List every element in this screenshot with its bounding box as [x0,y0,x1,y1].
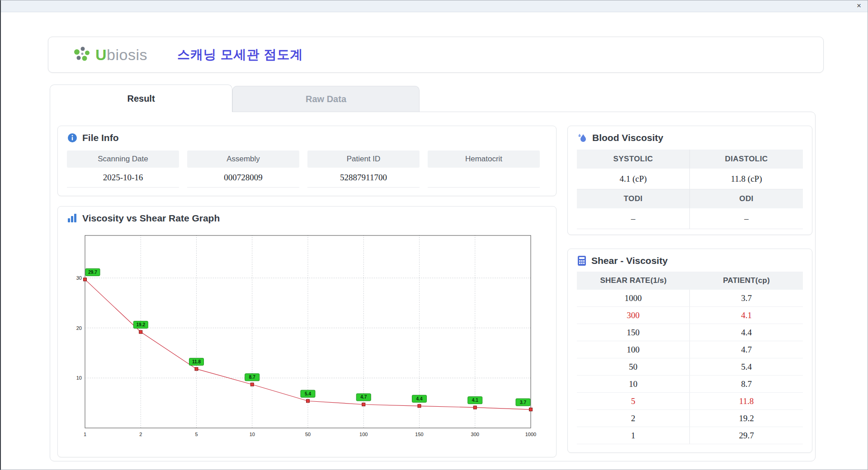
blood-viscosity-card: Blood Viscosity SYSTOLIC DIASTOLIC 4.1 (… [567,126,812,235]
file-field-scanning-date: Scanning Date2025-10-16 [67,150,179,188]
file-field-patient-id: Patient ID52887911700 [307,150,420,188]
point-label: 29.7 [88,270,97,275]
sv-patient-value: 29.7 [690,427,803,444]
x-tick-label: 10 [250,432,255,437]
x-tick-label: 150 [415,432,423,437]
y-tick-label: 30 [76,275,82,281]
sv-col-patient: PATIENT(cp) [690,272,803,290]
blood-viscosity-title-row: Blood Viscosity [577,132,803,143]
shear-viscosity-title-row: Shear - Viscosity [577,255,803,266]
point-label: 5.4 [305,391,311,396]
point-label: 8.7 [249,375,255,380]
viscosity-shear-chart: 1020301251050100150300100029.719.211.88.… [67,229,537,442]
file-field-value [428,168,540,188]
sv-patient-value: 19.2 [690,410,803,427]
table-row: 511.8 [577,393,803,410]
sv-patient-value: 4.7 [690,341,803,358]
sv-shear-value: 150 [577,324,690,341]
calculator-icon [577,255,587,266]
bv-header-diastolic: DIASTOLIC [690,150,803,169]
chart-point [250,383,254,386]
sv-shear-value: 10 [577,376,690,392]
sv-patient-value: 4.1 [690,307,803,324]
point-label: 4.7 [360,395,367,400]
bv-value-diastolic: 11.8 (cP) [690,169,803,189]
table-row: 3004.1 [577,307,803,324]
droplet-icon [577,132,588,143]
chart-point [473,406,476,409]
file-info-title: File Info [82,132,119,143]
content-panel: File Info Scanning Date2025-10-16Assembl… [50,112,816,461]
logo-dots-icon [72,45,93,64]
file-field-assembly: Assembly000728009 [187,150,299,188]
graph-card: Viscosity vs Shear Rate Graph 1020301251… [57,206,557,457]
tab-raw-data-label: Raw Data [306,94,346,104]
bv-value-odi: – [690,208,803,229]
file-field-value: 000728009 [187,168,299,188]
table-row: 219.2 [577,410,803,427]
y-tick-label: 10 [76,375,82,381]
table-row: 10003.7 [577,290,803,307]
sv-shear-value: 5 [577,393,690,409]
table-row: 108.7 [577,376,803,393]
chart-point [418,404,421,408]
logo-text: Ubiosis [95,46,147,64]
point-label: 4.4 [416,396,423,401]
file-field-value: 52887911700 [307,168,420,188]
bar-chart-icon [67,213,78,223]
file-field-label: Scanning Date [67,150,179,168]
chart-point [362,403,365,406]
chart-point [139,330,142,334]
sv-patient-value: 4.4 [690,324,803,341]
close-icon[interactable]: × [857,1,861,10]
sv-shear-value: 300 [577,307,690,324]
x-tick-label: 100 [359,432,368,437]
sv-patient-value: 8.7 [690,376,803,392]
file-field-value: 2025-10-16 [67,168,179,188]
tab-raw-data[interactable]: Raw Data [232,86,420,112]
x-tick-label: 300 [471,432,479,437]
file-field-label: Hematocrit [428,150,540,168]
window-titlebar: × [1,0,868,12]
sv-shear-value: 1000 [577,290,690,306]
bv-value-todi: – [577,208,690,229]
x-tick-label: 5 [195,432,198,437]
table-row: 129.7 [577,427,803,444]
x-tick-label: 1000 [525,432,536,437]
point-label: 3.7 [520,400,526,405]
bv-value-systolic: 4.1 (cP) [577,169,690,189]
table-row: 505.4 [577,358,803,376]
graph-title: Viscosity vs Shear Rate Graph [82,213,220,224]
point-label: 4.1 [472,398,478,403]
file-info-fields: Scanning Date2025-10-16Assembly000728009… [67,150,547,188]
point-label: 11.8 [192,359,201,364]
table-row: 1004.7 [577,341,803,358]
y-tick-label: 20 [76,325,82,331]
app-window: × Ubiosis 스캐닝 모세관 점도계 Result Raw Data [0,0,868,470]
page-title: 스캐닝 모세관 점도계 [177,46,303,63]
logo-text-rest: biosis [107,46,147,63]
point-label: 19.2 [137,322,146,327]
ubiosis-logo: Ubiosis [72,45,147,64]
chart-point [195,367,198,371]
shear-viscosity-title: Shear - Viscosity [591,255,668,266]
graph-title-row: Viscosity vs Shear Rate Graph [67,213,547,224]
chart-point [529,408,533,411]
header: Ubiosis 스캐닝 모세관 점도계 [48,37,824,73]
info-icon [67,132,78,143]
sv-patient-value: 3.7 [690,290,803,306]
sv-patient-value: 11.8 [690,393,803,409]
tab-result-label: Result [127,94,155,104]
sv-shear-value: 1 [577,427,690,444]
file-info-card: File Info Scanning Date2025-10-16Assembl… [57,126,557,196]
shear-viscosity-table-body: 10003.73004.11504.41004.7505.4108.7511.8… [577,290,803,444]
bv-header-todi: TODI [577,189,690,208]
shear-viscosity-table: SHEAR RATE(1/s) PATIENT(cp) 10003.73004.… [577,272,803,444]
sv-patient-value: 5.4 [690,358,803,375]
shear-viscosity-card: Shear - Viscosity SHEAR RATE(1/s) PATIEN… [567,249,812,453]
file-field-hematocrit: Hematocrit [428,150,540,188]
shear-viscosity-table-header: SHEAR RATE(1/s) PATIENT(cp) [577,272,803,290]
tab-result[interactable]: Result [50,85,232,112]
chart-point [84,278,87,281]
sv-shear-value: 2 [577,410,690,427]
